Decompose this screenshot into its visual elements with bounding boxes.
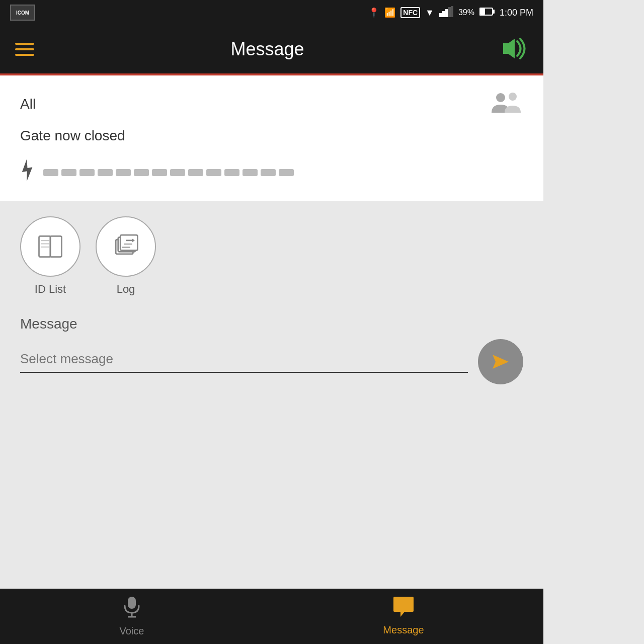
controls-area: ID List Log Message: [0, 201, 543, 399]
location-icon: 📍: [368, 7, 379, 18]
menu-line-2: [15, 48, 34, 50]
audio-bar: [279, 169, 294, 176]
bluetooth-icon: 📶: [384, 7, 395, 18]
microphone-icon: [123, 596, 141, 622]
svg-rect-3: [448, 7, 451, 17]
message-input[interactable]: [20, 351, 468, 367]
chat-icon: [392, 597, 415, 621]
nav-voice[interactable]: Voice: [119, 596, 144, 637]
svg-marker-23: [493, 355, 509, 369]
audio-bar: [116, 169, 131, 176]
message-content: Gate now closed: [20, 128, 523, 144]
svg-rect-24: [128, 597, 136, 609]
menu-line-1: [15, 43, 34, 45]
audio-bar: [134, 169, 149, 176]
circle-buttons-row: ID List Log: [20, 216, 523, 296]
menu-button[interactable]: [15, 43, 34, 56]
app-title: Message: [230, 39, 304, 60]
nav-voice-label: Voice: [119, 625, 144, 637]
audio-bars: [43, 169, 294, 176]
svg-rect-0: [439, 13, 442, 17]
message-input-row: [20, 339, 523, 384]
message-section: Message: [20, 316, 523, 384]
volume-button[interactable]: [501, 37, 528, 62]
nav-message[interactable]: Message: [383, 597, 424, 636]
audio-bar: [98, 169, 113, 176]
svg-marker-8: [503, 39, 515, 58]
audio-bar: [43, 169, 58, 176]
audio-bar: [206, 169, 221, 176]
group-icon: [491, 91, 523, 118]
status-bar-right: 📍 📶 NFC ▼ 39% 1:00 PM: [368, 6, 533, 20]
status-bar: ICOM 📍 📶 NFC ▼ 39%: [0, 0, 543, 25]
svg-rect-18: [120, 235, 137, 251]
audio-bar: [61, 169, 76, 176]
book-icon: [37, 233, 64, 260]
nav-message-label: Message: [383, 624, 424, 636]
audio-bar: [243, 169, 258, 176]
message-card-header: All: [20, 91, 523, 118]
lightning-icon: [18, 158, 38, 187]
menu-line-3: [15, 54, 34, 56]
battery-icon: [479, 7, 495, 18]
nfc-icon: NFC: [400, 7, 420, 18]
svg-rect-6: [493, 10, 495, 14]
wifi-icon: ▼: [425, 8, 434, 18]
svg-marker-11: [20, 158, 35, 182]
audio-bar: [152, 169, 167, 176]
send-arrow-icon: [491, 353, 511, 371]
message-input-wrapper: [20, 351, 468, 373]
audio-row: [20, 159, 523, 186]
svg-rect-2: [445, 9, 448, 17]
log-button[interactable]: Log: [96, 216, 156, 296]
svg-point-10: [509, 93, 517, 101]
bottom-nav: Voice Message: [0, 589, 543, 644]
log-icon: [112, 233, 139, 260]
id-list-circle[interactable]: [20, 216, 80, 277]
signal-icon: [439, 6, 453, 20]
battery-percentage: 39%: [458, 8, 474, 17]
svg-rect-1: [442, 11, 445, 17]
app-bar: Message: [0, 25, 543, 75]
svg-point-9: [496, 93, 505, 102]
recipient-label: All: [20, 96, 36, 112]
log-label: Log: [117, 283, 135, 296]
status-bar-left: ICOM: [10, 5, 35, 21]
message-section-label: Message: [20, 316, 523, 332]
message-card: All Gate now closed: [0, 75, 543, 201]
audio-bar: [170, 169, 185, 176]
id-list-label: ID List: [35, 283, 66, 296]
status-time: 1:00 PM: [500, 8, 533, 18]
audio-bar: [224, 169, 239, 176]
icom-logo: ICOM: [10, 5, 35, 21]
audio-bar: [79, 169, 95, 176]
svg-rect-7: [480, 9, 485, 15]
svg-rect-4: [451, 6, 453, 17]
audio-bar: [261, 169, 276, 176]
audio-bar: [188, 169, 203, 176]
id-list-button[interactable]: ID List: [20, 216, 80, 296]
send-button[interactable]: [478, 339, 523, 384]
log-circle[interactable]: [96, 216, 156, 277]
